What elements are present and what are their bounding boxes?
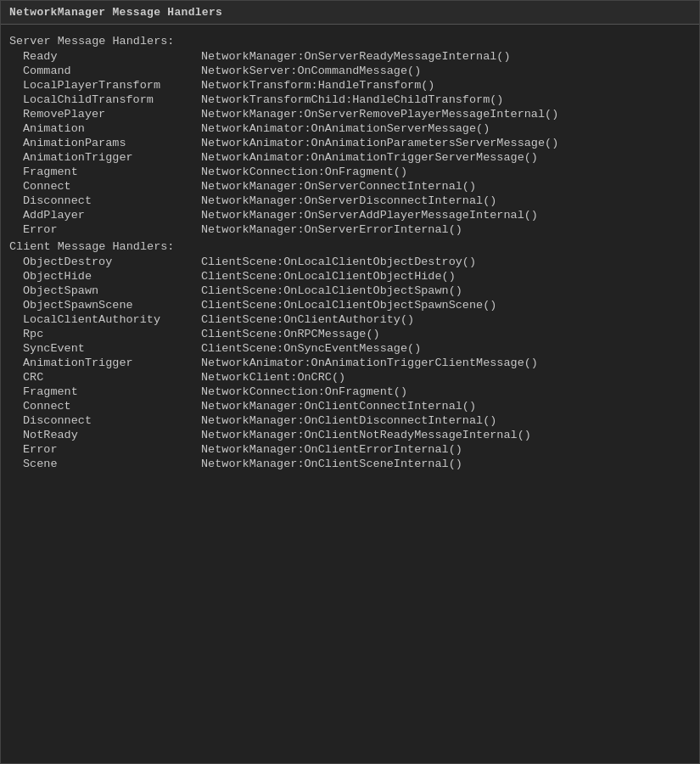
client-handler-name: Error (23, 443, 201, 456)
client-handler-name: Fragment (23, 385, 201, 398)
server-handler-name: Command (23, 65, 201, 77)
client-handler-row: NotReadyNetworkManager:OnClientNotReadyM… (9, 428, 691, 442)
server-handler-method: NetworkServer:OnCommandMessage() (201, 65, 421, 77)
server-handler-name: AnimationParams (23, 137, 201, 149)
server-handlers-list: ReadyNetworkManager:OnServerReadyMessage… (9, 49, 691, 237)
client-handlers-list: ObjectDestroyClientScene:OnLocalClientOb… (9, 255, 691, 471)
client-handler-method: NetworkClient:OnCRC() (201, 371, 345, 384)
client-handler-name: NotReady (23, 429, 201, 441)
client-handler-method: ClientScene:OnLocalClientObjectSpawn() (201, 284, 462, 297)
server-handler-method: NetworkAnimator:OnAnimationServerMessage… (201, 122, 490, 135)
server-handler-name: AnimationTrigger (23, 151, 201, 164)
main-panel: NetworkManager Message Handlers Server M… (0, 0, 700, 764)
client-handler-row: ConnectNetworkManager:OnClientConnectInt… (9, 399, 691, 413)
server-handler-method: NetworkTransform:HandleTransform() (201, 79, 434, 92)
server-handler-method: NetworkManager:OnServerRemovePlayerMessa… (201, 108, 558, 121)
client-handler-method: NetworkManager:OnClientSceneInternal() (201, 458, 462, 470)
client-handler-row: ObjectSpawnSceneClientScene:OnLocalClien… (9, 298, 691, 312)
server-handler-row: AddPlayerNetworkManager:OnServerAddPlaye… (9, 208, 691, 222)
server-handler-row: LocalPlayerTransformNetworkTransform:Han… (9, 78, 691, 93)
client-handler-row: ObjectDestroyClientScene:OnLocalClientOb… (9, 255, 691, 269)
server-section-header: Server Message Handlers: (9, 35, 691, 48)
server-handler-row: ErrorNetworkManager:OnServerErrorInterna… (9, 222, 691, 237)
client-handler-row: FragmentNetworkConnection:OnFragment() (9, 385, 691, 399)
client-handler-row: ErrorNetworkManager:OnClientErrorInterna… (9, 442, 691, 457)
server-handler-method: NetworkManager:OnServerConnectInternal() (201, 180, 476, 193)
client-handler-method: ClientScene:OnLocalClientObjectDestroy() (201, 256, 476, 268)
server-handler-method: NetworkTransformChild:HandleChildTransfo… (201, 93, 503, 106)
client-handler-method: ClientScene:OnLocalClientObjectHide() (201, 270, 456, 283)
client-handler-row: ObjectHideClientScene:OnLocalClientObjec… (9, 269, 691, 284)
client-handler-method: NetworkAnimator:OnAnimationTriggerClient… (201, 357, 538, 369)
server-handler-row: FragmentNetworkConnection:OnFragment() (9, 165, 691, 179)
client-handler-name: CRC (23, 371, 201, 384)
server-handler-row: RemovePlayerNetworkManager:OnServerRemov… (9, 107, 691, 121)
client-handler-name: Rpc (23, 328, 201, 340)
server-handler-row: ConnectNetworkManager:OnServerConnectInt… (9, 179, 691, 194)
server-handler-name: Ready (23, 50, 201, 63)
server-handler-name: RemovePlayer (23, 108, 201, 121)
client-handler-name: Connect (23, 400, 201, 413)
client-handler-method: ClientScene:OnRPCMessage() (201, 328, 380, 340)
server-handler-row: LocalChildTransformNetworkTransformChild… (9, 93, 691, 107)
client-handler-row: CRCNetworkClient:OnCRC() (9, 370, 691, 385)
server-handler-method: NetworkManager:OnServerReadyMessageInter… (201, 50, 511, 63)
panel-content: Server Message Handlers: ReadyNetworkMan… (1, 25, 699, 763)
client-handler-method: ClientScene:OnClientAuthority() (201, 313, 414, 326)
server-handler-row: AnimationNetworkAnimator:OnAnimationServ… (9, 121, 691, 136)
client-handler-name: LocalClientAuthority (23, 313, 201, 326)
server-handler-name: Connect (23, 180, 201, 193)
server-handler-name: Animation (23, 122, 201, 135)
client-handler-row: SyncEventClientScene:OnSyncEventMessage(… (9, 341, 691, 356)
client-handler-method: NetworkManager:OnClientDisconnectInterna… (201, 414, 496, 427)
client-handler-row: AnimationTriggerNetworkAnimator:OnAnimat… (9, 356, 691, 370)
client-handler-row: DisconnectNetworkManager:OnClientDisconn… (9, 413, 691, 428)
client-section-header: Client Message Handlers: (9, 240, 691, 253)
server-handler-row: CommandNetworkServer:OnCommandMessage() (9, 64, 691, 78)
client-handler-name: ObjectSpawnScene (23, 299, 201, 312)
panel-header: NetworkManager Message Handlers (1, 1, 699, 25)
client-handler-row: RpcClientScene:OnRPCMessage() (9, 327, 691, 341)
client-handler-name: Scene (23, 458, 201, 470)
server-handler-name: LocalPlayerTransform (23, 79, 201, 92)
panel-title: NetworkManager Message Handlers (9, 6, 222, 19)
server-handler-name: LocalChildTransform (23, 93, 201, 106)
server-handler-name: Error (23, 223, 201, 236)
server-handler-row: DisconnectNetworkManager:OnServerDisconn… (9, 194, 691, 208)
client-handler-row: SceneNetworkManager:OnClientSceneInterna… (9, 457, 691, 471)
server-handler-row: ReadyNetworkManager:OnServerReadyMessage… (9, 49, 691, 64)
client-handler-method: NetworkConnection:OnFragment() (201, 385, 407, 398)
client-handler-method: ClientScene:OnSyncEventMessage() (201, 342, 421, 355)
server-handler-name: Fragment (23, 166, 201, 178)
server-handler-method: NetworkManager:OnServerDisconnectInterna… (201, 194, 496, 207)
server-handler-row: AnimationTriggerNetworkAnimator:OnAnimat… (9, 150, 691, 165)
client-handler-name: ObjectSpawn (23, 284, 201, 297)
server-handler-name: AddPlayer (23, 209, 201, 222)
client-handler-name: Disconnect (23, 414, 201, 427)
server-handler-method: NetworkManager:OnServerErrorInternal() (201, 223, 462, 236)
client-handler-method: NetworkManager:OnClientConnectInternal() (201, 400, 476, 413)
server-handler-method: NetworkAnimator:OnAnimationTriggerServer… (201, 151, 538, 164)
client-handler-method: ClientScene:OnLocalClientObjectSpawnScen… (201, 299, 496, 312)
client-handler-name: ObjectHide (23, 270, 201, 283)
server-handler-row: AnimationParamsNetworkAnimator:OnAnimati… (9, 136, 691, 150)
client-handler-row: ObjectSpawnClientScene:OnLocalClientObje… (9, 284, 691, 298)
server-handler-method: NetworkAnimator:OnAnimationParametersSer… (201, 137, 558, 149)
server-handler-method: NetworkConnection:OnFragment() (201, 166, 407, 178)
client-handler-name: SyncEvent (23, 342, 201, 355)
client-handler-name: AnimationTrigger (23, 357, 201, 369)
client-handler-method: NetworkManager:OnClientErrorInternal() (201, 443, 462, 456)
client-handler-method: NetworkManager:OnClientNotReadyMessageIn… (201, 429, 531, 441)
client-handler-name: ObjectDestroy (23, 256, 201, 268)
server-handler-name: Disconnect (23, 194, 201, 207)
client-handler-row: LocalClientAuthorityClientScene:OnClient… (9, 312, 691, 327)
server-handler-method: NetworkManager:OnServerAddPlayerMessageI… (201, 209, 538, 222)
